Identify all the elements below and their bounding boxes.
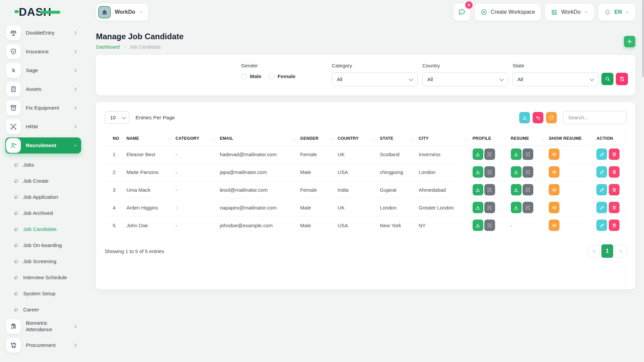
sidebar-item-assets[interactable]: Assets — [5, 81, 81, 97]
sidebar-subitem-job-screening[interactable]: Job Screening — [5, 253, 81, 269]
scan-focus-icon — [487, 205, 492, 210]
column-header-profile[interactable]: PROFILE↑↓ — [470, 131, 508, 145]
profile-scan-button[interactable] — [484, 184, 495, 195]
sidebar-item-sage[interactable]: SSage — [5, 62, 81, 78]
sort-icon[interactable]: ↑↓ — [330, 137, 332, 141]
sort-icon[interactable]: ↑↓ — [372, 137, 375, 141]
sort-icon[interactable]: ↑↓ — [411, 137, 414, 141]
show-resume-button[interactable] — [549, 184, 559, 195]
profile-download-button[interactable] — [473, 184, 483, 195]
edit-candidate-button[interactable] — [596, 202, 607, 213]
profile-download-button[interactable] — [473, 202, 483, 213]
sort-icon[interactable]: ↑↓ — [541, 137, 544, 141]
delete-candidate-button[interactable] — [609, 166, 620, 178]
sort-icon[interactable]: ↑↓ — [168, 137, 170, 141]
sort-icon[interactable]: ↑↓ — [465, 137, 467, 141]
sidebar-subitem-system-setup[interactable]: System Setup — [5, 286, 81, 302]
column-header-resume[interactable]: RESUME↑↓ — [508, 131, 546, 145]
sidebar-item-doubleentry[interactable]: DoubleEntry — [5, 25, 81, 41]
pagination-page-1[interactable]: 1 — [601, 244, 613, 258]
add-candidate-button[interactable] — [624, 36, 635, 47]
delete-candidate-button[interactable] — [609, 202, 620, 213]
show-resume-button[interactable] — [549, 166, 559, 178]
column-header-gender[interactable]: GENDER↑↓ — [298, 131, 335, 145]
messages-button[interactable]: 0 — [453, 4, 470, 20]
profile-scan-button[interactable] — [484, 202, 495, 213]
sidebar-subitem-job-create[interactable]: Job Create — [5, 173, 81, 189]
page-scrollbar[interactable] — [642, 0, 644, 362]
column-header-country[interactable]: COUNTRY↑↓ — [335, 131, 377, 145]
pagination-prev-button[interactable]: ‹ — [588, 244, 600, 258]
sidebar-item-insurance[interactable]: Insurance — [5, 44, 81, 60]
sidebar-item-biometric-attendance[interactable]: Biometric Attendance — [5, 318, 81, 335]
sidebar-item-fix-equipment[interactable]: Fix Equipment — [5, 100, 81, 116]
sort-icon[interactable]: ↑↓ — [212, 137, 215, 141]
column-header-name[interactable]: NAME↑↓ — [124, 131, 173, 145]
show-resume-button[interactable] — [549, 220, 559, 231]
sidebar-subitem-job-archived[interactable]: Job Archived — [5, 205, 81, 221]
resume-download-button[interactable] — [511, 184, 522, 195]
show-resume-button[interactable] — [549, 202, 559, 213]
edit-candidate-button[interactable] — [596, 166, 607, 178]
category-select[interactable]: All — [332, 72, 418, 86]
country-select[interactable]: All — [422, 72, 508, 86]
gender-option-male[interactable]: Male — [241, 73, 261, 79]
column-header-category[interactable]: CATEGORY↑↓ — [173, 131, 217, 145]
entries-per-page-select[interactable]: 10 — [105, 111, 129, 124]
delete-candidate-button[interactable] — [609, 220, 620, 231]
show-resume-button[interactable] — [549, 148, 559, 160]
delete-candidate-button[interactable] — [609, 148, 620, 160]
app-logo[interactable]: DASH — [0, 0, 86, 24]
edit-candidate-button[interactable] — [596, 220, 607, 231]
female-radio[interactable] — [269, 73, 275, 79]
resume-download-button[interactable] — [511, 202, 522, 213]
sidebar-subitem-job-candidate[interactable]: Job Candidate — [5, 221, 81, 237]
profile-download-button[interactable] — [473, 166, 483, 178]
sidebar-subitem-career[interactable]: Career — [5, 302, 81, 318]
sidebar-subitem-job-application[interactable]: Job Application — [5, 189, 81, 205]
reset-filter-button[interactable] — [616, 73, 628, 85]
cell-country: USA — [335, 163, 377, 181]
profile-download-button[interactable] — [473, 220, 483, 231]
profile-scan-button[interactable] — [484, 148, 495, 160]
apply-filter-button[interactable] — [601, 73, 613, 85]
undo-button[interactable] — [533, 112, 543, 123]
gender-option-female[interactable]: Female — [269, 73, 295, 79]
resume-scan-button[interactable] — [523, 184, 533, 195]
sidebar-item-procurement[interactable]: Procurement — [5, 337, 81, 353]
sort-icon[interactable]: ↑↓ — [503, 137, 505, 141]
sort-icon[interactable]: ↑↓ — [292, 137, 295, 141]
trash-icon — [612, 170, 617, 175]
column-header-email[interactable]: EMAIL↑↓ — [217, 131, 298, 145]
page-scrollbar-thumb[interactable] — [642, 0, 644, 77]
resume-download-button[interactable] — [511, 148, 522, 160]
sidebar-subitem-jobs[interactable]: Jobs — [5, 157, 81, 173]
column-header-state[interactable]: STATE↑↓ — [377, 131, 416, 145]
profile-scan-button[interactable] — [484, 166, 495, 178]
export-button[interactable] — [519, 112, 530, 123]
table-search-input[interactable] — [563, 111, 627, 124]
pagination-next-button[interactable]: › — [615, 244, 627, 258]
sidebar-item-hrm[interactable]: HRM — [5, 119, 81, 135]
create-workspace-button[interactable]: Create Workspace — [475, 4, 541, 20]
column-header-city[interactable]: CITY↑↓ — [416, 131, 470, 145]
delete-candidate-button[interactable] — [609, 184, 620, 195]
resume-scan-button[interactable] — [523, 202, 533, 213]
sidebar-item-recruitment[interactable]: Recruitment — [5, 137, 81, 154]
language-selector[interactable]: EN — [598, 4, 635, 20]
profile-scan-button[interactable] — [484, 220, 495, 231]
male-radio[interactable] — [241, 73, 247, 79]
breadcrumb-dashboard-link[interactable]: Dashboard — [96, 44, 120, 50]
sidebar-subitem-job-onboarding[interactable]: Job On-boarding — [5, 237, 81, 253]
edit-candidate-button[interactable] — [596, 148, 607, 160]
sidebar-subitem-interview-schedule[interactable]: Interview Schedule — [5, 269, 81, 286]
workspace-switcher[interactable]: WorkDo — [96, 4, 148, 20]
resume-download-button[interactable] — [511, 166, 522, 178]
resume-scan-button[interactable] — [523, 148, 533, 160]
workdo-menu-button[interactable]: WorkDo — [545, 4, 594, 20]
profile-download-button[interactable] — [473, 148, 483, 160]
resume-scan-button[interactable] — [523, 166, 533, 178]
state-select[interactable]: All — [513, 72, 598, 86]
edit-candidate-button[interactable] — [596, 184, 607, 195]
refresh-button[interactable] — [546, 112, 557, 123]
